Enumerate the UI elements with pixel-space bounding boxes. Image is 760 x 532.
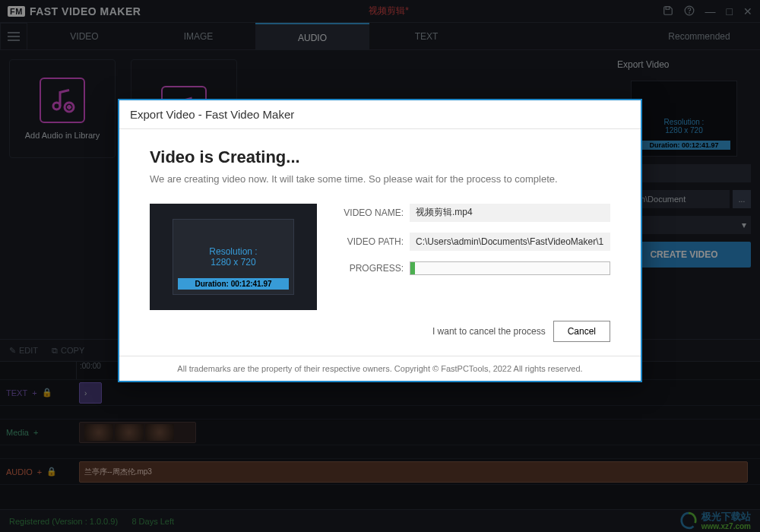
video-name-row: VIDEO NAME: xyxy=(335,204,610,222)
modal-title: Export Video - Fast Video Maker xyxy=(119,100,641,129)
modal-overlay: Export Video - Fast Video Maker Video is… xyxy=(0,0,760,532)
modal-preview: Resolution : 1280 x 720 Duration: 00:12:… xyxy=(150,204,317,310)
modal-duration: Duration: 00:12:41.97 xyxy=(178,278,289,290)
video-path-input[interactable] xyxy=(410,233,610,251)
progress-bar xyxy=(410,261,610,275)
video-name-input[interactable] xyxy=(410,204,610,222)
video-path-label: VIDEO PATH: xyxy=(335,236,404,247)
progress-label: PROGRESS: xyxy=(335,263,404,274)
modal-footer: All trademarks are the property of their… xyxy=(119,356,641,381)
cancel-text: I want to cancel the process xyxy=(432,326,546,337)
export-modal: Export Video - Fast Video Maker Video is… xyxy=(118,99,642,382)
video-path-row: VIDEO PATH: xyxy=(335,233,610,251)
modal-resolution: Resolution : 1280 x 720 xyxy=(209,246,257,268)
modal-description: We are creating video now. It will take … xyxy=(150,172,610,187)
modal-heading: Video is Creating... xyxy=(150,147,610,167)
video-name-label: VIDEO NAME: xyxy=(335,207,404,218)
cancel-button[interactable]: Cancel xyxy=(553,321,610,342)
progress-row: PROGRESS: xyxy=(335,261,610,275)
